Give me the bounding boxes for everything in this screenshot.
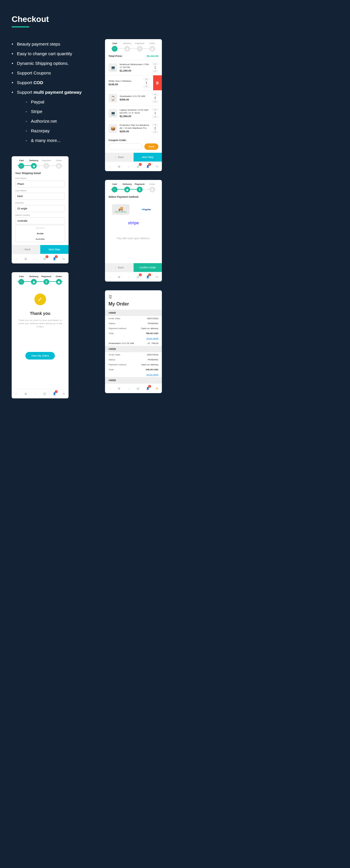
search-icon[interactable]: ⌕ (126, 275, 131, 279)
back-button[interactable]: ← Back (12, 245, 40, 254)
user-icon[interactable]: 👤1 (145, 164, 150, 169)
menu-icon[interactable]: ☰ (108, 294, 112, 299)
order-number[interactable]: #4940 (105, 310, 162, 316)
stripe-option[interactable]: stripe (105, 218, 162, 228)
order-number[interactable]: #4939 (105, 346, 162, 352)
product-name: Notebook Widescreen Y700-17 GF790 (119, 63, 150, 69)
qty-down-button[interactable]: ▼ (152, 70, 159, 73)
search-icon[interactable]: ⌕ (126, 386, 131, 391)
cart-tab-icon[interactable]: 🛒7 (43, 256, 47, 261)
show-detail-link[interactable]: Show detail (105, 336, 162, 341)
gateway-item: Stripe (26, 106, 93, 116)
grid-icon[interactable]: ▦ (117, 386, 121, 391)
apply-button[interactable]: Apply (144, 144, 159, 150)
cart-tab-icon[interactable]: 🛒 (43, 391, 47, 396)
qty-up-button[interactable]: ▲ (152, 93, 159, 96)
total-price: $5,244.99 (147, 55, 159, 58)
qty-down-button[interactable]: ▼ (152, 130, 159, 133)
cart-tab-icon[interactable]: 🛒7 (136, 164, 141, 169)
total-label: Total Price: (108, 55, 123, 58)
grid-icon[interactable]: ▦ (117, 164, 121, 169)
grid-icon[interactable]: ▦ (24, 391, 28, 396)
bag-icon[interactable]: 🛍 (155, 275, 160, 279)
order-number[interactable]: #4938 (105, 377, 162, 383)
cart-tab-icon[interactable]: 🛒 (136, 386, 141, 391)
search-icon[interactable]: ⌕ (33, 391, 38, 396)
home-icon[interactable]: ⌂ (14, 391, 19, 396)
qty-up-button[interactable]: ▲ (143, 78, 150, 81)
country-label: Select country (15, 214, 65, 216)
product-price: $250.00 (119, 130, 150, 133)
show-detail-link[interactable]: Show detail (105, 372, 162, 377)
country-option[interactable]: Aruba (15, 231, 65, 236)
user-icon[interactable]: 👤1 (145, 386, 150, 391)
feature-item: Support Coupons (12, 68, 93, 78)
payment-title: Select Payment method: (105, 192, 162, 201)
product-price: $248.99 (108, 83, 141, 86)
back-button[interactable]: ← Back (105, 153, 134, 161)
location-icon: ◉ (31, 163, 37, 169)
home-icon[interactable]: ⌂ (107, 386, 112, 391)
qty-up-button[interactable]: ▲ (152, 123, 159, 126)
qty-value: 2 (152, 96, 159, 100)
view-orders-button[interactable]: View My Oders (25, 352, 55, 360)
qty-value: 2 (152, 126, 159, 130)
dollar-icon: $ (137, 46, 143, 52)
search-icon[interactable]: ⌕ (33, 256, 38, 261)
feature-item: Dynamic Shipping options. (12, 58, 93, 68)
orders-title: My Order (105, 300, 162, 310)
last-name-label: Last Name (15, 189, 65, 192)
next-button[interactable]: Next Step (40, 245, 69, 254)
next-button[interactable]: Next Step (134, 153, 162, 161)
checkmark-icon: ✓ (34, 293, 46, 305)
gateway-item: Paypal (26, 97, 93, 106)
country-option[interactable]: Armenia (15, 225, 65, 231)
last-name-input[interactable] (15, 193, 65, 200)
cod-option[interactable]: 🚚Cash on delivery (112, 204, 130, 215)
cart-icon: 🛒 (112, 46, 117, 52)
user-icon[interactable]: 👤1 (52, 256, 57, 261)
cart-tab-icon[interactable]: 🛒3 (136, 275, 141, 279)
section-title: Checkout (12, 14, 338, 24)
confirm-button[interactable]: Confirm Order (134, 263, 162, 272)
qty-down-button[interactable]: ▼ (152, 100, 159, 103)
coupon-input[interactable] (108, 144, 143, 150)
qty-down-button[interactable]: ▼ (152, 115, 159, 118)
feature-item: Beauty payment steps (12, 39, 93, 49)
payment-screen: Cart🛒 Delivery◉ Payment$ Order▣ Select P… (105, 180, 162, 282)
delete-button[interactable]: 🗑 (153, 75, 162, 90)
address-input[interactable] (15, 205, 65, 212)
qty-up-button[interactable]: ▲ (152, 62, 159, 65)
home-icon[interactable]: ⌂ (107, 275, 112, 279)
bag-icon[interactable]: 🛍 (155, 164, 160, 169)
country-picker[interactable]: Armenia Aruba Australia (15, 225, 65, 242)
qty-up-button[interactable]: ▲ (152, 108, 159, 111)
coupon-label: Coupon Code: (108, 139, 159, 142)
home-icon[interactable]: ⌂ (14, 256, 19, 261)
qty-down-button[interactable]: ▼ (143, 85, 150, 88)
product-name: White Solo 2 Wireless (108, 80, 141, 83)
back-button[interactable]: ← Back (105, 263, 134, 272)
user-icon[interactable]: 👤1 (52, 391, 57, 396)
orders-screen: ☰ My Order #4940 Order Date:15/07/2018 S… (105, 290, 162, 393)
product-name: Laptop Screener CX70 2QF-621XPL 17.3" 42… (119, 108, 150, 114)
bag-icon[interactable]: 🛍 (62, 391, 66, 396)
product-image: 💻 (108, 63, 117, 72)
home-icon[interactable]: ⌂ (107, 164, 112, 169)
location-icon: ◉ (124, 46, 130, 52)
product-price: $2,399.00 (119, 115, 150, 118)
grid-icon[interactable]: ▦ (24, 256, 28, 261)
search-icon[interactable]: ⌕ (126, 164, 131, 169)
paypal-option[interactable]: PPayPalPayPal (137, 204, 155, 215)
product-name: Smartwatch 2.0 LTE Wifi (119, 95, 150, 98)
gateway-item: Authorize.net (26, 116, 93, 126)
qty-value: 1 (143, 81, 150, 85)
grid-icon[interactable]: ▦ (117, 275, 121, 279)
bag-icon[interactable]: 🛍 (62, 256, 66, 261)
first-name-input[interactable] (15, 181, 65, 187)
user-icon[interactable]: 👤1 (145, 275, 150, 279)
country-option[interactable]: Australia (15, 236, 65, 242)
country-input[interactable] (15, 217, 65, 224)
bag-icon: ▣ (56, 163, 62, 169)
bag-icon[interactable]: 🛍 (155, 386, 160, 391)
